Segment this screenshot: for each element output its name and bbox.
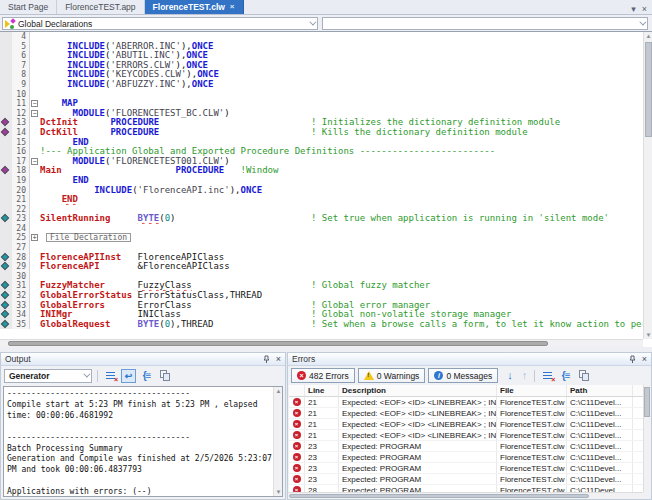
error-row[interactable]: ×21Expected: <EOF> <ID> <LINEBREAK> ; IN… (289, 397, 643, 408)
member-selector[interactable] (322, 17, 648, 30)
next-error-icon[interactable]: ↓ (507, 370, 513, 381)
line-number: 12 (12, 109, 30, 119)
fold-expand-icon[interactable]: + (31, 234, 38, 241)
code-line[interactable]: 12− MODULE('FLORENCETEST_BC.CLW') (0, 109, 643, 119)
code-line[interactable]: 35GlobalRequest BYTE(0),THREAD ! Set whe… (0, 320, 643, 330)
error-row[interactable]: ×28Expected: PROGRAMFlorenceTEST.clwC:\C… (289, 485, 643, 492)
error-row[interactable]: ×23Expected: PROGRAMFlorenceTEST.clwC:\C… (289, 441, 643, 452)
close-icon[interactable]: × (276, 355, 281, 364)
breakpoint-icon[interactable] (1, 262, 9, 270)
error-row[interactable]: ×23Expected: PROGRAMFlorenceTEST.clwC:\C… (289, 452, 643, 463)
breakpoint-icon[interactable] (1, 300, 9, 308)
code-line[interactable]: 5 INCLUDE('ABERROR.INC'),ONCE (0, 42, 643, 52)
output-source-select[interactable]: Generator (4, 369, 92, 383)
code-line[interactable]: 28FlorenceAPIInst FlorenceAPIClass (0, 253, 643, 263)
scope-selector[interactable]: Global Declarations (2, 17, 318, 30)
bookmark-icon[interactable] (1, 118, 9, 126)
tab-florencetest-clw[interactable]: FlorenceTEST.clw× (145, 0, 244, 14)
code-line[interactable]: 31FuzzyMatcher FuzzyClass ! Global fuzzy… (0, 281, 643, 291)
code-line[interactable]: 30 (0, 272, 643, 282)
breakpoint-icon[interactable] (1, 310, 9, 318)
warnings-filter-button[interactable]: 0 Warnings (358, 368, 426, 383)
copy-icon[interactable] (157, 369, 172, 383)
scroll-up-icon[interactable]: ▲ (644, 33, 652, 39)
error-line: 23 (305, 441, 339, 451)
tab-florencetest-app[interactable]: FlorenceTEST.app (57, 0, 144, 14)
code-line[interactable]: 24 (0, 224, 643, 234)
code-line[interactable]: 27 (0, 243, 643, 253)
tab-list-dropdown-icon[interactable]: ▾ (631, 4, 636, 14)
column-header-icon[interactable] (289, 385, 305, 396)
pin-icon[interactable] (629, 355, 637, 363)
column-header-path[interactable]: Path (567, 385, 633, 396)
close-icon[interactable]: × (642, 355, 647, 364)
editor-vertical-scrollbar[interactable]: ▲ ▼ (643, 32, 652, 339)
scroll-down-icon[interactable]: ▼ (644, 332, 652, 338)
indent-icon[interactable]: {≡ (139, 369, 154, 383)
fold-collapse-icon[interactable]: − (31, 110, 38, 117)
output-vertical-scrollbar[interactable]: ▲ ▼ (273, 387, 282, 496)
editor-horizontal-scrollbar[interactable] (0, 339, 643, 347)
code-line[interactable]: 21 END (0, 195, 643, 205)
code-editor[interactable]: 45 INCLUDE('ABERROR.INC'),ONCE6 INCLUDE(… (0, 31, 652, 347)
code-line[interactable]: 11− MAP (0, 99, 643, 109)
bookmark-icon[interactable] (1, 128, 9, 136)
code-line[interactable]: 8 INCLUDE('KEYCODES.CLW'),ONCE (0, 70, 643, 80)
error-row[interactable]: ×21Expected: <EOF> <ID> <LINEBREAK> ; IN… (289, 419, 643, 430)
breakpoint-icon[interactable] (1, 214, 9, 222)
code-line[interactable]: 6 INCLUDE('ABUTIL.INC'),ONCE (0, 51, 643, 61)
copy-icon[interactable] (576, 369, 591, 383)
messages-filter-button[interactable]: i 0 Messages (428, 368, 498, 383)
error-row[interactable]: ×23Expected: PROGRAMFlorenceTEST.clwC:\C… (289, 474, 643, 485)
bookmark-icon[interactable] (1, 166, 9, 174)
document-close-icon[interactable]: × (642, 4, 647, 14)
clear-output-icon[interactable]: × (103, 369, 118, 383)
code-line[interactable]: 14DctKill PROCEDURE ! Kills the dictiona… (0, 128, 643, 138)
scroll-down-icon[interactable]: ▼ (274, 489, 283, 495)
breakpoint-icon[interactable] (1, 291, 9, 299)
breakpoint-icon[interactable] (1, 281, 9, 289)
previous-error-icon[interactable]: ↑ (522, 370, 528, 381)
code-line[interactable]: 33GlobalErrors ErrorClass ! Global error… (0, 301, 643, 311)
code-line[interactable]: 32GlobalErrorStatus ErrorStatusClass,THR… (0, 291, 643, 301)
column-header-file[interactable]: File (497, 385, 567, 396)
column-header-line[interactable]: Line (305, 385, 339, 396)
code-line[interactable]: 9 INCLUDE('ABFUZZY.INC'),ONCE (0, 80, 643, 90)
code-line[interactable]: 22 (0, 205, 643, 215)
code-line[interactable]: 34INIMgr INIClass ! Global non-volatile … (0, 310, 643, 320)
clear-errors-icon[interactable]: × (540, 369, 555, 383)
indent-icon[interactable]: {≡ (558, 369, 573, 383)
errors-horizontal-scrollbar[interactable] (288, 492, 643, 499)
code-line[interactable]: 16!--- Application Global and Exported P… (0, 147, 643, 157)
code-line[interactable]: 25+File Declaration (0, 233, 643, 243)
error-row[interactable]: ×21Expected: <EOF> <ID> <LINEBREAK> ; IN… (289, 430, 643, 441)
scroll-up-icon[interactable]: ▲ (274, 388, 283, 394)
fold-collapse-icon[interactable]: − (31, 100, 38, 107)
code-line[interactable]: 15 END (0, 138, 643, 148)
tab-close-icon[interactable]: × (230, 3, 235, 11)
breakpoint-icon[interactable] (1, 320, 9, 328)
word-wrap-icon[interactable]: ↩ (121, 369, 136, 383)
code-line[interactable]: 18Main PROCEDURE !Window (0, 166, 643, 176)
line-number: 22 (12, 205, 30, 215)
tab-start-page[interactable]: Start Page (0, 0, 57, 14)
column-header-description[interactable]: Description (339, 385, 497, 396)
code-line[interactable]: 10 (0, 90, 643, 100)
code-line[interactable]: 29FlorenceAPI &FlorenceAPIClass (0, 262, 643, 272)
code-line[interactable]: 4 (0, 32, 643, 42)
code-line[interactable]: 17− MODULE('FLORENCETEST001.CLW') (0, 157, 643, 167)
errors-filter-button[interactable]: × 482 Errors (291, 368, 355, 383)
code-line[interactable]: 20 INCLUDE('FlorenceAPI.inc'),ONCE (0, 186, 643, 196)
tab-label: FlorenceTEST.app (65, 2, 135, 12)
code-line[interactable]: 7 INCLUDE('ERRORS.CLW'),ONCE (0, 61, 643, 71)
output-log[interactable]: -------------------------------------- C… (3, 386, 283, 497)
error-row[interactable]: ×21Expected: <EOF> <ID> <LINEBREAK> ; IN… (289, 408, 643, 419)
errors-vertical-scrollbar[interactable] (643, 385, 651, 492)
code-line[interactable]: 19 END (0, 176, 643, 186)
code-line[interactable]: 13DctInit PROCEDURE ! Initializes the di… (0, 118, 643, 128)
breakpoint-icon[interactable] (1, 252, 9, 260)
pin-icon[interactable] (263, 355, 271, 363)
fold-collapse-icon[interactable]: − (31, 158, 38, 165)
error-row[interactable]: ×23Expected: PROGRAMFlorenceTEST.clwC:\C… (289, 463, 643, 474)
code-line[interactable]: 23SilentRunning BYTE(0) ! Set true when … (0, 214, 643, 224)
